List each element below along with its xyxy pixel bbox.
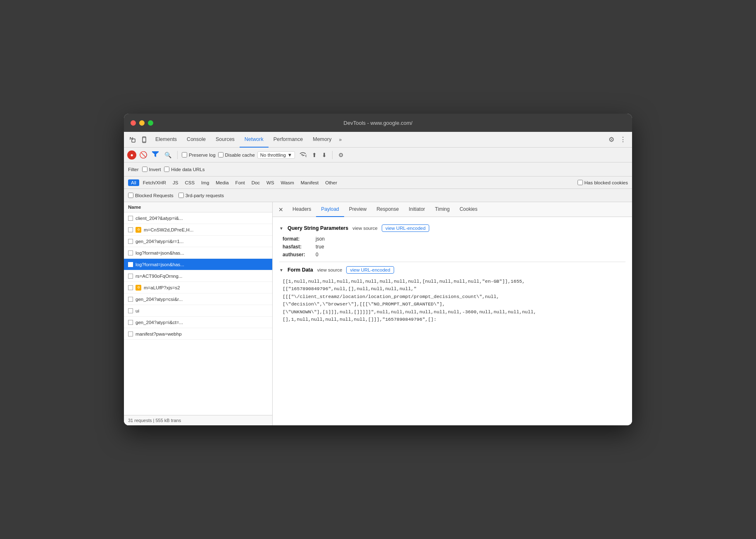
inspector-icon[interactable] [127,134,138,145]
hide-data-urls-checkbox[interactable] [164,167,169,172]
param-value: json [316,236,325,242]
tab-response[interactable]: Response [371,202,404,217]
tab-timing[interactable]: Timing [430,202,455,217]
type-btn-other[interactable]: Other [322,179,340,186]
download-icon[interactable]: ⬇ [321,152,328,158]
type-btn-ws[interactable]: WS [264,179,277,186]
wifi-icon: ⚙ [297,151,308,158]
record-button[interactable]: ● [127,150,136,160]
filter-label: Filter [128,167,139,172]
form-data-title: Form Data [288,267,313,273]
type-btn-doc[interactable]: Doc [249,179,263,186]
request-name: rs=ACT90oFqOrnng... [136,274,268,279]
preserve-log-label[interactable]: Preserve log [182,152,216,157]
request-name: manifest?pwa=webhp [136,332,268,336]
list-item[interactable]: ⚙ m=aLUfP?xjs=s2 [124,282,272,293]
list-item[interactable]: log?format=json&has... [124,247,272,259]
form-data-section-header: ▼ Form Data view source view URL-encoded [279,266,625,274]
third-party-checkbox[interactable] [178,193,184,198]
filter-icon[interactable] [150,150,160,159]
close-button[interactable] [131,120,136,126]
list-item[interactable]: gen_204?atyp=i&r=1... [124,236,272,247]
tab-headers[interactable]: Headers [288,202,316,217]
minimize-button[interactable] [139,120,145,126]
query-string-view-url-encoded-button[interactable]: view URL-encoded [382,224,429,232]
list-item[interactable]: client_204?&atyp=i&... [124,212,272,224]
req-checkbox[interactable] [128,274,133,279]
tab-initiator[interactable]: Initiator [404,202,430,217]
list-item[interactable]: gen_204?atyp=csi&r... [124,293,272,305]
type-btn-font[interactable]: Font [233,179,248,186]
list-item[interactable]: ui [124,305,272,317]
invert-checkbox[interactable] [142,167,147,172]
tab-elements[interactable]: Elements [150,132,182,148]
req-checkbox[interactable] [128,297,133,302]
req-checkbox[interactable] [128,227,133,232]
network-settings-icon[interactable]: ⚙ [337,152,345,158]
maximize-button[interactable] [148,120,153,126]
list-item[interactable]: gen_204?atyp=i&ct=... [124,317,272,328]
req-checkbox[interactable] [128,332,133,336]
type-btn-wasm[interactable]: Wasm [278,179,297,186]
list-item[interactable]: ⚙ m=CnSW2d,DPreE,H... [124,224,272,236]
list-item[interactable]: rs=ACT90oFqOrnng... [124,270,272,282]
type-btn-all[interactable]: All [128,179,139,186]
req-checkbox[interactable] [128,239,133,244]
more-tabs-button[interactable]: » [336,137,344,143]
query-string-view-source-link[interactable]: view source [352,226,378,231]
tab-console[interactable]: Console [182,132,211,148]
tab-cookies[interactable]: Cookies [454,202,482,217]
request-name: gen_204?atyp=i&ct=... [136,320,268,325]
req-checkbox[interactable] [128,216,133,221]
disable-cache-label[interactable]: Disable cache [218,152,255,157]
window-title: DevTools - www.google.com/ [344,120,413,126]
tab-preview[interactable]: Preview [344,202,372,217]
type-btn-media[interactable]: Media [213,179,231,186]
preserve-log-checkbox[interactable] [182,152,187,157]
form-data-view-url-encoded-button[interactable]: view URL-encoded [346,266,394,274]
detail-panel: ✕ Headers Payload Preview Response Initi… [273,202,632,425]
third-party-label[interactable]: 3rd-party requests [178,193,224,198]
req-checkbox[interactable] [128,262,133,267]
type-btn-manifest[interactable]: Manifest [298,179,321,186]
tab-network[interactable]: Network [240,132,269,148]
blocked-requests-label[interactable]: Blocked Requests [128,193,174,198]
query-string-section-header: ▼ Query String Parameters view source vi… [279,224,625,232]
tab-performance[interactable]: Performance [269,132,308,148]
type-btn-img[interactable]: Img [198,179,212,186]
param-row: hasfast: true [279,244,625,250]
hide-data-urls-label[interactable]: Hide data URLs [164,167,204,172]
invert-label[interactable]: Invert [142,167,161,172]
type-btn-fetch-xhr[interactable]: Fetch/XHR [140,179,169,186]
separator [177,151,178,159]
req-checkbox[interactable] [128,320,133,325]
form-data-view-source-link[interactable]: view source [317,267,342,272]
title-bar: DevTools - www.google.com/ [124,114,632,132]
has-blocked-cookies-checkbox[interactable] [578,180,583,185]
list-item[interactable]: log?format=json&has... [124,259,272,270]
tab-payload[interactable]: Payload [316,202,344,217]
search-icon[interactable]: 🔍 [163,151,173,159]
settings-icon[interactable]: ⚙ [606,134,617,145]
has-blocked-cookies-label[interactable]: Has blocked cookies [578,180,628,185]
upload-icon[interactable]: ⬆ [311,152,318,158]
list-item[interactable]: manifest?pwa=webhp [124,328,272,340]
close-detail-button[interactable]: ✕ [276,206,286,213]
collapse-triangle-2[interactable]: ▼ [279,268,283,272]
type-btn-js[interactable]: JS [170,179,181,186]
req-checkbox[interactable] [128,285,133,290]
tab-sources[interactable]: Sources [211,132,240,148]
throttle-selector[interactable]: No throttling ▼ [257,151,295,159]
more-options-icon[interactable]: ⋮ [617,134,629,145]
req-checkbox[interactable] [128,308,133,313]
collapse-triangle[interactable]: ▼ [279,226,283,231]
clear-button[interactable]: 🚫 [139,150,148,160]
form-data-content: [[1,null,null,null,null,null,null,null,n… [279,278,625,323]
section-divider [279,262,625,262]
disable-cache-checkbox[interactable] [218,152,223,157]
req-checkbox[interactable] [128,250,133,255]
blocked-requests-checkbox[interactable] [128,193,133,198]
mobile-icon[interactable] [139,134,150,145]
type-btn-css[interactable]: CSS [182,179,197,186]
tab-memory[interactable]: Memory [308,132,336,148]
